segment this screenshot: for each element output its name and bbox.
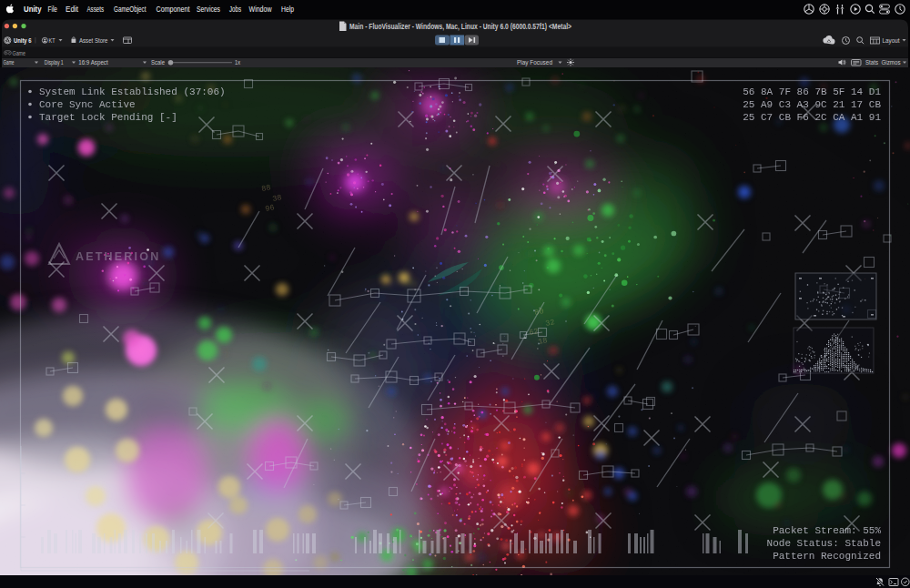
svg-text:Unity 6: Unity 6: [14, 36, 32, 45]
svg-text:Gizmos: Gizmos: [882, 59, 901, 66]
svg-text:GameObject: GameObject: [114, 5, 147, 14]
svg-text:Game: Game: [13, 49, 26, 57]
svg-text:Stats: Stats: [865, 59, 878, 66]
svg-text:Display 1: Display 1: [45, 59, 64, 66]
svg-text:Window: Window: [249, 5, 272, 14]
svg-text:Asset Store: Asset Store: [79, 36, 108, 45]
svg-text:Help: Help: [281, 5, 294, 14]
svg-text:Layout: Layout: [883, 36, 901, 45]
svg-text:File: File: [48, 5, 58, 14]
svg-text:Main - FluoVisualizer - Window: Main - FluoVisualizer - Windows, Mac, Li…: [349, 22, 571, 31]
svg-text:Game: Game: [4, 59, 15, 66]
svg-text:KT: KT: [49, 36, 56, 45]
svg-text:Unity: Unity: [24, 5, 42, 14]
svg-text:Component: Component: [157, 5, 190, 14]
svg-text:Assets: Assets: [87, 5, 105, 14]
svg-text:Edit: Edit: [66, 5, 78, 14]
svg-text:1x: 1x: [235, 59, 240, 66]
svg-text:Scale: Scale: [151, 59, 165, 66]
svg-text:Jobs: Jobs: [229, 5, 241, 14]
svg-text:16:9 Aspect: 16:9 Aspect: [78, 59, 108, 66]
svg-text:Play Focused: Play Focused: [517, 59, 552, 66]
svg-text:Services: Services: [197, 5, 220, 14]
